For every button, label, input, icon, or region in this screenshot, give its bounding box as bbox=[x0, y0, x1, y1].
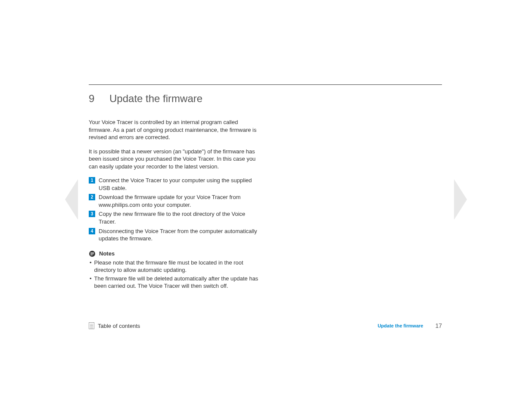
header-divider bbox=[89, 84, 442, 85]
step-text: Disconnecting the Voice Tracer from the … bbox=[99, 227, 261, 243]
footer-right: Update the firmware 17 bbox=[378, 322, 442, 329]
notes-list: • Please note that the firmware file mus… bbox=[89, 259, 261, 290]
svg-rect-2 bbox=[90, 253, 94, 254]
svg-rect-3 bbox=[90, 255, 93, 255]
step-number-badge: 2 bbox=[89, 194, 95, 200]
intro-paragraph-1: Your Voice Tracer is controlled by an in… bbox=[89, 118, 261, 141]
steps-list: 1 Connect the Voice Tracer to your compu… bbox=[89, 177, 261, 242]
step-text: Copy the new firmware file to the root d… bbox=[99, 210, 261, 225]
page-content: 9 Update the firmware Your Voice Tracer … bbox=[89, 84, 442, 291]
next-page-button[interactable] bbox=[450, 179, 470, 220]
bullet-marker: • bbox=[90, 259, 92, 267]
svg-rect-1 bbox=[90, 252, 94, 253]
note-text: Please note that the firmware file must … bbox=[94, 259, 261, 274]
notes-icon bbox=[89, 250, 96, 257]
content-column: Your Voice Tracer is controlled by an in… bbox=[89, 118, 261, 290]
note-item: • Please note that the firmware file mus… bbox=[89, 259, 261, 274]
note-text: The firmware file will be deleted automa… bbox=[94, 275, 261, 290]
bullet-marker: • bbox=[90, 275, 92, 283]
document-icon bbox=[89, 322, 94, 329]
section-link[interactable]: Update the firmware bbox=[378, 323, 423, 328]
chevron-left-icon bbox=[62, 179, 82, 220]
toc-link[interactable]: Table of contents bbox=[89, 322, 140, 329]
page-footer: Table of contents Update the firmware 17 bbox=[89, 322, 442, 329]
step-item: 4 Disconnecting the Voice Tracer from th… bbox=[89, 227, 261, 243]
step-text: Download the firmware update for your Vo… bbox=[99, 193, 261, 209]
toc-label: Table of contents bbox=[98, 323, 140, 329]
step-item: 2 Download the firmware update for your … bbox=[89, 193, 261, 209]
step-number-badge: 4 bbox=[89, 228, 95, 234]
prev-page-button[interactable] bbox=[62, 179, 82, 220]
chapter-header: 9 Update the firmware bbox=[89, 93, 442, 105]
step-text: Connect the Voice Tracer to your compute… bbox=[99, 177, 261, 192]
page-number: 17 bbox=[435, 322, 442, 329]
notes-header: Notes bbox=[89, 250, 261, 257]
step-item: 1 Connect the Voice Tracer to your compu… bbox=[89, 177, 261, 192]
step-item: 3 Copy the new firmware file to the root… bbox=[89, 210, 261, 225]
chevron-right-icon bbox=[450, 179, 470, 220]
chapter-number: 9 bbox=[89, 93, 109, 105]
notes-title: Notes bbox=[99, 250, 115, 257]
step-number-badge: 1 bbox=[89, 177, 95, 184]
intro-paragraph-2: It is possible that a newer version (an … bbox=[89, 148, 261, 171]
note-item: • The firmware file will be deleted auto… bbox=[89, 275, 261, 290]
chapter-title: Update the firmware bbox=[109, 93, 202, 105]
step-number-badge: 3 bbox=[89, 211, 95, 217]
